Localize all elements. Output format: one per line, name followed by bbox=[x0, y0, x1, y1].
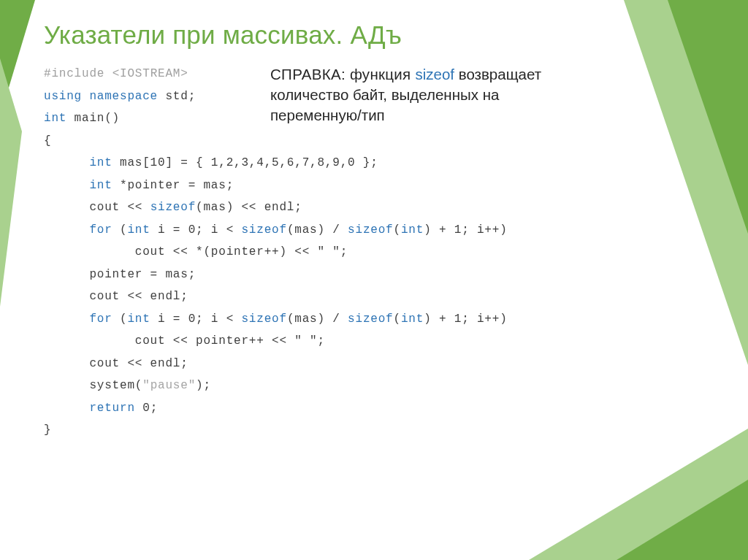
code-line: cout << sizeof(mas) << endl; bbox=[44, 196, 704, 219]
info-note: СПРАВКА: функция sizeof возвращает колич… bbox=[270, 64, 584, 126]
page-title: Указатели при массивах. АДъ bbox=[44, 20, 704, 50]
code-line: for (int i = 0; i < sizeof(mas) / sizeof… bbox=[44, 219, 704, 242]
code-line: { bbox=[44, 130, 704, 153]
note-keyword: sizeof bbox=[415, 66, 454, 83]
code-line: cout << endl; bbox=[44, 353, 704, 375]
code-line: return 0; bbox=[44, 397, 704, 420]
slide-content: СПРАВКА: функция sizeof возвращает колич… bbox=[44, 63, 704, 442]
code-line: } bbox=[44, 419, 704, 442]
code-line: for (int i = 0; i < sizeof(mas) / sizeof… bbox=[44, 308, 704, 331]
code-line: pointer = mas; bbox=[44, 264, 704, 286]
code-line: cout << endl; bbox=[44, 285, 704, 308]
slide: Указатели при массивах. АДъ СПРАВКА: фун… bbox=[0, 0, 748, 560]
code-line: int *pointer = mas; bbox=[44, 174, 704, 197]
code-line: system("pause"); bbox=[44, 375, 704, 397]
code-line: cout << pointer++ << " "; bbox=[44, 330, 704, 353]
code-line: int mas[10] = { 1,2,3,4,5,6,7,8,9,0 }; bbox=[44, 152, 704, 174]
note-lead: СПРАВКА: функция bbox=[270, 66, 415, 83]
code-line: cout << *(pointer++) << " "; bbox=[44, 241, 704, 264]
